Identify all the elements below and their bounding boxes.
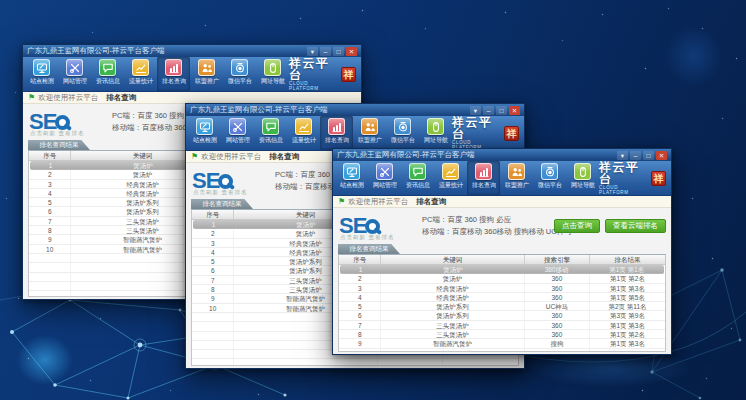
seo-tagline: 点击刷新 查看排名 xyxy=(193,189,248,196)
toolbar-item-rank-query[interactable]: 排名查询 xyxy=(320,116,353,150)
window-controls: ▾ – □ ✕ xyxy=(617,151,667,160)
maximize-button[interactable]: □ xyxy=(333,47,344,56)
skin-button[interactable]: ▾ xyxy=(307,47,318,56)
people-icon xyxy=(361,118,378,135)
table-row[interactable]: 5煲汤炉系列UC神马第2页 第11名 xyxy=(339,302,665,311)
table-cell: 5 xyxy=(29,198,71,206)
window-controls: ▾ – □ ✕ xyxy=(307,47,357,56)
toolbar-item-alliance-promo[interactable]: 联盟推广 xyxy=(353,116,386,150)
view-cloud-rank-button[interactable]: 查看云端排名 xyxy=(605,219,666,233)
flag-icon: ⚑ xyxy=(28,94,35,102)
table-row[interactable]: 10智能蒸汽煲炉360第1页 第3名 xyxy=(339,349,665,351)
toolbar-item-site-check[interactable]: 站点检测 xyxy=(188,116,221,150)
table-row[interactable]: 2煲汤炉360第1页 第2名 xyxy=(339,274,665,283)
tools-icon xyxy=(66,59,83,76)
toolbar-item-traffic-stats[interactable]: 流量统计 xyxy=(124,57,157,91)
table-cell: 三头煲汤炉 xyxy=(381,330,524,338)
tab-rank-results[interactable]: 排名查询结果 xyxy=(338,244,400,254)
table-row[interactable]: 1煲汤炉360移动第1页 第1名 xyxy=(340,265,664,274)
table-cell: 第3页 第9名 xyxy=(590,311,665,319)
table-cell xyxy=(29,282,71,290)
query-button[interactable]: 点击查询 xyxy=(554,219,600,233)
seo-logo: SE 点击刷新 查看排名 xyxy=(191,170,267,192)
toolbar-item-label: 微信平台 xyxy=(228,77,252,85)
table-cell: 8 xyxy=(29,226,71,234)
close-button[interactable]: ✕ xyxy=(656,151,667,160)
table-cell: 煲汤炉 xyxy=(382,265,525,273)
toolbar-item-label: 流量统计 xyxy=(439,181,463,189)
toolbar-item-site-manage[interactable]: 网站管理 xyxy=(368,161,401,195)
table-row[interactable]: 3经典煲汤炉360第1页 第3名 xyxy=(339,284,665,293)
table-cell: 2 xyxy=(192,229,234,237)
toolbar-item-site-check[interactable]: 站点检测 xyxy=(335,161,368,195)
tab-rank-results[interactable]: 排名查询结果 xyxy=(191,199,253,209)
toolbar-item-wechat-platform[interactable]: 微信平台 xyxy=(533,161,566,195)
welcome-text: 欢迎使用祥云平台 xyxy=(348,197,408,207)
toolbar-item-site-nav[interactable]: 网址导航 xyxy=(256,57,289,91)
toolbar-item-label: 排名查询 xyxy=(325,136,349,144)
table-row[interactable]: 9智能蒸汽煲炉搜狗第1页 第3名 xyxy=(339,339,665,348)
column-header: 序号 xyxy=(192,210,234,219)
window-title: 广东九鼎王监网有限公司-祥云平台客户端 xyxy=(190,105,328,115)
toolbar-item-info-publish[interactable]: 资讯信息 xyxy=(401,161,434,195)
table-cell: 智能蒸汽煲炉 xyxy=(381,339,524,347)
main-toolbar: 站点检测网站管理资讯信息流量统计排名查询联盟推广微信平台网址导航 祥云平台 CL… xyxy=(23,57,361,92)
flag-icon: ⚑ xyxy=(191,153,198,161)
welcome-section-label: 排名查询 xyxy=(106,93,136,103)
table-cell xyxy=(29,263,71,271)
toolbar-item-traffic-stats[interactable]: 流量统计 xyxy=(287,116,320,150)
main-toolbar: 站点检测网站管理资讯信息流量统计排名查询联盟推广微信平台网址导航 祥云平台 CL… xyxy=(186,116,524,151)
toolbar-item-alliance-promo[interactable]: 联盟推广 xyxy=(190,57,223,91)
table-cell: 360 xyxy=(525,349,590,351)
table-cell xyxy=(29,254,71,262)
tab-rank-results[interactable]: 排名查询结果 xyxy=(28,140,90,150)
table-cell: 6 xyxy=(339,311,381,319)
table-cell: 7 xyxy=(192,276,234,284)
toolbar-item-alliance-promo[interactable]: 联盟推广 xyxy=(500,161,533,195)
toolbar-item-label: 网址导航 xyxy=(261,77,285,85)
brand-logo: 祥云平台 CLOUD PLATFORM 祥 xyxy=(289,57,359,91)
table-cell: 2 xyxy=(339,274,381,282)
toolbar-item-site-manage[interactable]: 网站管理 xyxy=(58,57,91,91)
close-button[interactable]: ✕ xyxy=(509,106,520,115)
skin-button[interactable]: ▾ xyxy=(470,106,481,115)
brand-logo: 祥云平台 CLOUD PLATFORM 祥 xyxy=(599,161,669,195)
table-row[interactable]: 4经典煲汤炉360第1页 第5名 xyxy=(339,293,665,302)
table-cell: 第1页 第3名 xyxy=(590,349,665,351)
toolbar-item-wechat-platform[interactable]: 微信平台 xyxy=(386,116,419,150)
welcome-text: 欢迎使用祥云平台 xyxy=(38,93,98,103)
line-chart-icon xyxy=(132,59,149,76)
toolbar-item-rank-query[interactable]: 排名查询 xyxy=(157,57,190,91)
toolbar-item-site-nav[interactable]: 网址导航 xyxy=(566,161,599,195)
table-cell: 经典煲汤炉 xyxy=(381,293,524,301)
maximize-button[interactable]: □ xyxy=(643,151,654,160)
minimize-button[interactable]: – xyxy=(483,106,494,115)
table-row[interactable]: 6煲汤炉系列360第3页 第9名 xyxy=(339,311,665,320)
mobile-engines-line: 移动端：百度移动 360移动 搜狗移动 UC神马 xyxy=(422,227,554,237)
toolbar-item-site-manage[interactable]: 网站管理 xyxy=(221,116,254,150)
toolbar-item-wechat-platform[interactable]: 微信平台 xyxy=(223,57,256,91)
seo-logo: SE 点击刷新 查看排名 xyxy=(338,215,414,237)
table-cell: 1 xyxy=(340,265,382,273)
brand-subtitle: CLOUD PLATFORM xyxy=(599,186,648,195)
table-row[interactable]: 8三头煲汤炉360第1页 第2名 xyxy=(339,330,665,339)
close-button[interactable]: ✕ xyxy=(346,47,357,56)
mouse-icon xyxy=(427,118,444,135)
toolbar-item-site-check[interactable]: 站点检测 xyxy=(25,57,58,91)
table-cell: 4 xyxy=(192,248,234,256)
toolbar-items: 站点检测网站管理资讯信息流量统计排名查询联盟推广微信平台网址导航 xyxy=(188,116,452,150)
skin-button[interactable]: ▾ xyxy=(617,151,628,160)
table-cell xyxy=(443,359,518,365)
toolbar-item-traffic-stats[interactable]: 流量统计 xyxy=(434,161,467,195)
minimize-button[interactable]: – xyxy=(320,47,331,56)
brand-text: 祥云平台 CLOUD PLATFORM xyxy=(452,116,501,150)
toolbar-item-info-publish[interactable]: 资讯信息 xyxy=(91,57,124,91)
minimize-button[interactable]: – xyxy=(630,151,641,160)
maximize-button[interactable]: □ xyxy=(496,106,507,115)
toolbar-item-info-publish[interactable]: 资讯信息 xyxy=(254,116,287,150)
toolbar-item-rank-query[interactable]: 排名查询 xyxy=(467,161,500,195)
table-row-empty xyxy=(192,359,518,365)
brand-badge-icon: 祥 xyxy=(504,126,519,141)
toolbar-item-site-nav[interactable]: 网址导航 xyxy=(419,116,452,150)
table-row[interactable]: 7三头煲汤炉360第1页 第3名 xyxy=(339,321,665,330)
